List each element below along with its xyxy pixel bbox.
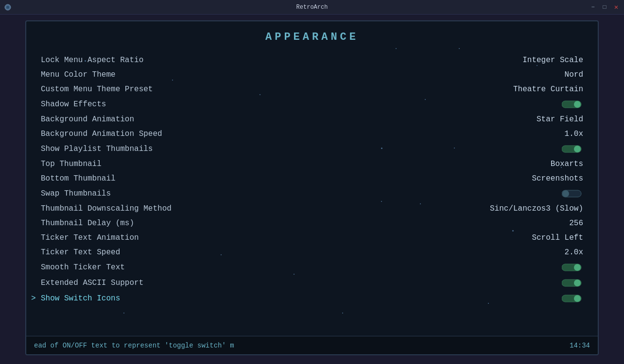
setting-value-extended-ascii-support bbox=[562, 278, 583, 288]
close-button[interactable]: ✕ bbox=[612, 3, 620, 11]
setting-value-background-animation: Star Field bbox=[537, 115, 583, 124]
setting-row-bottom-thumbnail[interactable]: Bottom ThumbnailScreenshots bbox=[41, 171, 583, 186]
setting-row-ticker-text-speed[interactable]: Ticker Text Speed2.0x bbox=[41, 245, 583, 260]
setting-label-swap-thumbnails: Swap Thumbnails bbox=[41, 189, 111, 198]
status-text: ead of ON/OFF text to represent 'toggle … bbox=[34, 342, 234, 349]
setting-value-ticker-text-speed: 2.0x bbox=[565, 248, 583, 257]
setting-label-thumbnail-downscaling-method: Thumbnail Downscaling Method bbox=[41, 204, 172, 213]
setting-value-custom-menu-theme-preset: Theatre Curtain bbox=[513, 85, 583, 94]
setting-value-bottom-thumbnail: Screenshots bbox=[532, 174, 583, 183]
svg-point-15 bbox=[574, 280, 581, 286]
svg-point-9 bbox=[562, 190, 569, 197]
status-bar: ead of ON/OFF text to represent 'toggle … bbox=[26, 336, 598, 354]
setting-label-ticker-text-animation: Ticker Text Animation bbox=[41, 233, 139, 242]
minimize-button[interactable]: − bbox=[589, 3, 597, 11]
setting-row-ticker-text-animation[interactable]: Ticker Text AnimationScroll Left bbox=[41, 231, 583, 245]
setting-label-thumbnail-delay: Thumbnail Delay (ms) bbox=[41, 219, 134, 228]
setting-row-custom-menu-theme-preset[interactable]: Custom Menu Theme PresetTheatre Curtain bbox=[41, 82, 583, 97]
title-bar-controls: − □ ✕ bbox=[589, 3, 620, 11]
setting-value-show-playlist-thumbnails bbox=[562, 144, 583, 154]
setting-label-bottom-thumbnail: Bottom Thumbnail bbox=[41, 174, 116, 183]
setting-row-thumbnail-delay[interactable]: Thumbnail Delay (ms)256 bbox=[41, 216, 583, 231]
setting-row-thumbnail-downscaling-method[interactable]: Thumbnail Downscaling MethodSinc/Lanczos… bbox=[41, 201, 583, 216]
setting-value-ticker-text-animation: Scroll Left bbox=[532, 233, 583, 242]
setting-row-swap-thumbnails[interactable]: Swap Thumbnails bbox=[41, 186, 583, 201]
page-title: APPEARANCE bbox=[41, 31, 583, 43]
setting-row-shadow-effects[interactable]: Shadow Effects bbox=[41, 97, 583, 112]
setting-value-menu-color-theme: Nord bbox=[565, 70, 583, 79]
svg-point-4 bbox=[574, 101, 581, 108]
setting-row-background-animation[interactable]: Background AnimationStar Field bbox=[41, 112, 583, 127]
appearance-settings-panel: APPEARANCE Lock Menu Aspect RatioInteger… bbox=[26, 21, 598, 316]
setting-value-smooth-ticker-text bbox=[562, 263, 583, 272]
title-bar-left bbox=[4, 3, 12, 11]
setting-label-extended-ascii-support: Extended ASCII Support bbox=[41, 279, 143, 287]
setting-value-shadow-effects bbox=[562, 99, 583, 109]
setting-row-show-playlist-thumbnails[interactable]: Show Playlist Thumbnails bbox=[41, 141, 583, 157]
setting-row-extended-ascii-support[interactable]: Extended ASCII Support bbox=[41, 275, 583, 291]
svg-point-1 bbox=[6, 6, 9, 9]
app-icon bbox=[4, 3, 12, 11]
setting-value-thumbnail-delay: 256 bbox=[569, 219, 583, 228]
setting-label-smooth-ticker-text: Smooth Ticker Text bbox=[41, 263, 125, 272]
setting-label-show-switch-icons: Show Switch Icons bbox=[41, 294, 120, 303]
svg-point-12 bbox=[574, 264, 581, 271]
status-time: 14:34 bbox=[570, 342, 590, 349]
setting-value-lock-menu-aspect-ratio: Integer Scale bbox=[522, 56, 583, 65]
maximize-button[interactable]: □ bbox=[601, 3, 608, 11]
setting-value-background-animation-speed: 1.0x bbox=[565, 130, 583, 138]
setting-value-top-thumbnail: Boxarts bbox=[551, 160, 583, 168]
setting-value-thumbnail-downscaling-method: Sinc/Lanczos3 (Slow) bbox=[490, 204, 583, 213]
setting-row-lock-menu-aspect-ratio[interactable]: Lock Menu Aspect RatioInteger Scale bbox=[41, 53, 583, 67]
setting-label-background-animation-speed: Background Animation Speed bbox=[41, 130, 162, 138]
setting-row-smooth-ticker-text[interactable]: Smooth Ticker Text bbox=[41, 260, 583, 275]
setting-row-menu-color-theme[interactable]: Menu Color ThemeNord bbox=[41, 67, 583, 82]
setting-value-show-switch-icons bbox=[562, 294, 583, 303]
setting-label-ticker-text-speed: Ticker Text Speed bbox=[41, 248, 120, 257]
setting-label-show-playlist-thumbnails: Show Playlist Thumbnails bbox=[41, 145, 153, 153]
svg-point-7 bbox=[574, 146, 581, 152]
setting-label-background-animation: Background Animation bbox=[41, 115, 134, 124]
setting-row-show-switch-icons[interactable]: Show Switch Icons bbox=[41, 291, 583, 306]
setting-row-background-animation-speed[interactable]: Background Animation Speed1.0x bbox=[41, 127, 583, 141]
title-bar: RetroArch − □ ✕ bbox=[0, 0, 624, 15]
setting-label-top-thumbnail: Top Thumbnail bbox=[41, 160, 102, 168]
main-window: APPEARANCE Lock Menu Aspect RatioInteger… bbox=[25, 20, 599, 355]
window-title: RetroArch bbox=[296, 4, 328, 11]
setting-label-custom-menu-theme-preset: Custom Menu Theme Preset bbox=[41, 85, 153, 94]
svg-point-18 bbox=[574, 295, 581, 302]
setting-label-shadow-effects: Shadow Effects bbox=[41, 100, 106, 109]
setting-value-swap-thumbnails bbox=[562, 189, 583, 199]
setting-label-lock-menu-aspect-ratio: Lock Menu Aspect Ratio bbox=[41, 56, 143, 65]
setting-row-top-thumbnail[interactable]: Top ThumbnailBoxarts bbox=[41, 157, 583, 171]
settings-list: Lock Menu Aspect RatioInteger ScaleMenu … bbox=[41, 53, 583, 306]
setting-label-menu-color-theme: Menu Color Theme bbox=[41, 70, 116, 79]
